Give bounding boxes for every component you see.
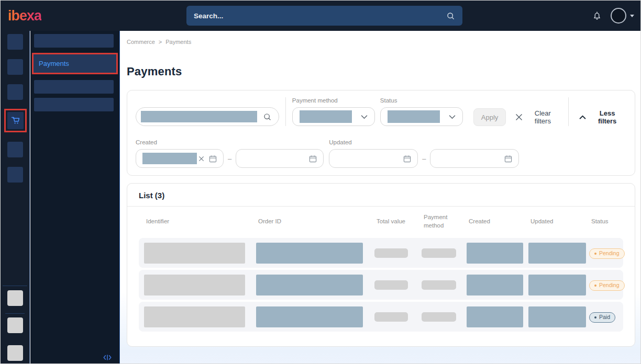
redacted-date-value	[142, 153, 197, 164]
status-badge: Pending	[589, 248, 625, 259]
list-panel: List (3) Identifier Order ID Total value…	[127, 183, 635, 347]
sidebar-item-placeholder-4[interactable]	[34, 98, 114, 111]
sidebar-collapse-button[interactable]	[102, 353, 113, 362]
created-to-input[interactable]	[236, 149, 324, 168]
redacted-select-value	[300, 110, 352, 123]
app-logo[interactable]: ibexa	[8, 8, 41, 24]
redacted-order-id	[256, 275, 363, 295]
filter-search-input[interactable]	[136, 107, 279, 126]
avatar	[611, 8, 626, 24]
less-filters-button[interactable]: Less filters	[578, 108, 626, 126]
notifications-button[interactable]	[591, 9, 603, 22]
page-title: Payments	[127, 65, 635, 78]
divider	[5, 313, 25, 314]
user-menu-button[interactable]	[611, 8, 634, 24]
redacted-order-id	[256, 243, 363, 264]
redacted-payment-method	[422, 280, 456, 290]
redacted-identifier	[144, 306, 245, 327]
column-header-identifier: Identifier	[146, 218, 258, 224]
calendar-icon[interactable]	[504, 155, 512, 163]
main-content: Commerce > Payments Payments Payment met…	[120, 31, 641, 364]
calendar-icon[interactable]	[209, 155, 217, 163]
divider	[3, 286, 27, 286]
rail-bottom-icon-placeholder-2[interactable]	[7, 317, 23, 333]
redacted-payment-method	[422, 248, 456, 258]
redacted-payment-method	[422, 312, 456, 322]
rail-icon-placeholder-5[interactable]	[7, 142, 23, 157]
rail-bottom-icon-placeholder-1[interactable]	[7, 290, 23, 306]
bell-icon	[592, 10, 602, 21]
list-title: List (3)	[139, 191, 623, 200]
topbar-actions	[591, 1, 634, 31]
redacted-total-value	[374, 312, 408, 322]
chevron-down-icon	[630, 15, 634, 17]
rail-bottom-group	[1, 286, 29, 364]
divider	[285, 97, 286, 126]
sidebar-item-payments[interactable]: Payments	[34, 54, 116, 73]
column-header-created: Created	[469, 218, 531, 224]
collapse-icon	[103, 354, 112, 361]
divider	[568, 97, 569, 126]
column-header-total-value: Total value	[377, 218, 424, 224]
breadcrumb-item-payments: Payments	[165, 39, 191, 45]
sidebar-item-placeholder-3[interactable]	[34, 80, 114, 94]
chevron-down-icon	[449, 115, 456, 119]
created-from-input[interactable]	[136, 149, 224, 168]
chevron-down-icon	[361, 115, 368, 119]
filters-row-1: Payment method Status	[136, 97, 626, 126]
secondary-sidebar: Payments	[30, 31, 120, 364]
breadcrumb-separator: >	[159, 39, 162, 45]
column-header-updated: Updated	[531, 218, 591, 224]
updated-from-input[interactable]	[329, 149, 418, 168]
calendar-icon[interactable]	[403, 155, 411, 163]
payment-method-select[interactable]	[292, 107, 375, 126]
app-window: ibexa Search...	[0, 0, 641, 364]
topbar: ibexa Search...	[1, 1, 641, 31]
breadcrumb: Commerce > Payments	[127, 31, 635, 45]
rail-icon-placeholder-6[interactable]	[7, 167, 23, 183]
range-separator: –	[228, 155, 231, 163]
updated-range: –	[329, 149, 519, 168]
clear-filters-button[interactable]: Clear filters	[514, 108, 559, 126]
rail-icon-placeholder-3[interactable]	[7, 84, 23, 100]
cart-icon	[10, 115, 21, 126]
payment-method-field: Payment method	[292, 97, 375, 126]
updated-field: Updated –	[329, 139, 519, 168]
search-placeholder: Search...	[194, 12, 446, 20]
status-select[interactable]	[380, 107, 463, 126]
created-range: –	[136, 149, 324, 168]
table-row[interactable]: Paid	[139, 302, 623, 332]
payment-method-label: Payment method	[292, 97, 375, 104]
table-row[interactable]: Pending	[139, 238, 623, 268]
created-field: Created –	[136, 139, 324, 168]
calendar-icon[interactable]	[309, 155, 317, 163]
apply-button[interactable]: Apply	[473, 108, 506, 126]
redacted-select-value	[388, 110, 440, 123]
redacted-created	[467, 306, 523, 327]
redacted-identifier	[144, 243, 245, 264]
sidebar-item-placeholder-1[interactable]	[34, 34, 114, 48]
clear-filters-label: Clear filters	[527, 109, 558, 125]
main-icon-rail	[1, 31, 30, 364]
rail-icon-commerce[interactable]	[7, 112, 24, 129]
rail-icon-placeholder-1[interactable]	[7, 34, 23, 50]
global-search-input[interactable]: Search...	[186, 6, 462, 26]
column-header-status: Status	[591, 218, 617, 224]
redacted-updated	[528, 243, 586, 264]
rail-icon-placeholder-2[interactable]	[7, 59, 23, 75]
rail-bottom-icon-placeholder-3[interactable]	[7, 345, 23, 361]
table-row[interactable]: Pending	[139, 270, 623, 300]
search-icon	[446, 12, 455, 20]
updated-to-input[interactable]	[430, 149, 519, 168]
updated-label: Updated	[329, 139, 519, 145]
chevron-up-icon	[579, 115, 586, 120]
status-badge: Pending	[589, 280, 625, 291]
redacted-updated	[528, 306, 586, 327]
redacted-identifier	[144, 275, 245, 295]
less-filters-label: Less filters	[591, 109, 623, 125]
status-label: Status	[380, 97, 463, 104]
sidebar-item-label: Payments	[39, 60, 69, 67]
clear-date-icon[interactable]	[198, 156, 204, 162]
table-header-row: Identifier Order ID Total value Payment …	[139, 207, 623, 236]
breadcrumb-item-commerce[interactable]: Commerce	[127, 39, 155, 45]
